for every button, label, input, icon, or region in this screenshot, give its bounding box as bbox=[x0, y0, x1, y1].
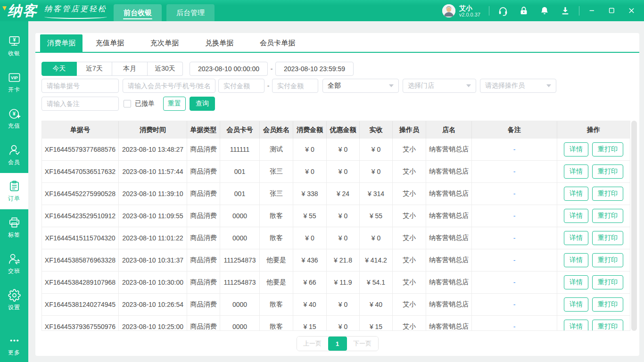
date-from-input[interactable] bbox=[190, 62, 268, 76]
reprint-button[interactable]: 重打印 bbox=[592, 142, 623, 156]
search-button[interactable]: 查询 bbox=[190, 97, 215, 111]
cell-paid: ¥ 54.1 bbox=[360, 272, 393, 293]
cell-member: 张三 bbox=[260, 161, 293, 182]
quick-range-button[interactable]: 近7天 bbox=[77, 62, 112, 76]
store-select[interactable]: 选择门店 bbox=[403, 79, 476, 93]
sidebar-item-more[interactable]: 更多 bbox=[0, 331, 28, 360]
column-header: 单据号 bbox=[42, 121, 119, 139]
cell-member: 他要是 bbox=[260, 249, 293, 271]
download-icon[interactable] bbox=[560, 6, 570, 16]
table-scrollbar[interactable] bbox=[631, 121, 637, 331]
reset-button[interactable]: 重置 bbox=[163, 97, 186, 111]
cell-card-no: 0000 bbox=[220, 294, 260, 315]
detail-button[interactable]: 详情 bbox=[564, 142, 588, 156]
detail-button[interactable]: 详情 bbox=[564, 209, 588, 223]
table-row: XF164453858769633282023-08-10 10:31:37商品… bbox=[42, 249, 630, 272]
cell-card-no: 111254873 bbox=[220, 272, 260, 293]
detail-button[interactable]: 详情 bbox=[564, 187, 588, 201]
doc-tab[interactable]: 兑换单据 bbox=[192, 34, 247, 52]
sidebar-item-settings[interactable]: 设置 bbox=[0, 282, 28, 318]
column-header: 消费金额 bbox=[293, 121, 327, 139]
close-icon[interactable] bbox=[627, 7, 636, 15]
cell-store: 纳客营销总店 bbox=[426, 183, 472, 205]
cell-time: 2023-08-10 10:25:00 bbox=[119, 316, 187, 330]
current-page-button[interactable]: 1 bbox=[328, 337, 347, 351]
table-row: XF164454235295109122023-08-10 11:09:55商品… bbox=[42, 205, 630, 227]
service-icon[interactable] bbox=[498, 6, 508, 16]
cell-operator: 艾小 bbox=[393, 316, 426, 330]
column-header: 操作 bbox=[557, 121, 630, 139]
reprint-button[interactable]: 重打印 bbox=[592, 275, 623, 289]
lock-icon[interactable] bbox=[519, 6, 529, 16]
cell-remark: - bbox=[472, 249, 557, 271]
cashier-icon: ¥ bbox=[8, 35, 21, 48]
operator-select[interactable]: 请选择操作员 bbox=[480, 79, 556, 93]
date-to-input[interactable] bbox=[275, 62, 354, 76]
cell-actions: 详情 重打印 bbox=[557, 272, 630, 293]
type-select[interactable]: 全部 bbox=[322, 79, 399, 93]
maximize-icon[interactable] bbox=[608, 7, 616, 15]
detail-button[interactable]: 详情 bbox=[564, 165, 588, 179]
cell-operator: 艾小 bbox=[393, 227, 426, 249]
reprint-button[interactable]: 重打印 bbox=[592, 165, 623, 179]
cell-order-no: XF16445384289107968 bbox=[42, 272, 119, 293]
paid-min-input[interactable] bbox=[218, 79, 264, 93]
order-no-input[interactable] bbox=[41, 79, 119, 93]
pagination-group: 上一页 1 下一页 bbox=[297, 336, 379, 351]
cell-order-no: XF16445423529510912 bbox=[42, 205, 119, 227]
reprint-button[interactable]: 重打印 bbox=[592, 253, 623, 267]
reprint-button[interactable]: 重打印 bbox=[592, 187, 623, 201]
paid-max-input[interactable] bbox=[272, 79, 318, 93]
detail-button[interactable]: 详情 bbox=[564, 275, 588, 289]
doc-tab[interactable]: 消费单据 bbox=[40, 34, 83, 52]
table-row: XF164454705365176322023-08-10 11:57:44商品… bbox=[42, 161, 630, 183]
detail-button[interactable]: 详情 bbox=[564, 297, 588, 312]
topbar-nav: 前台收银后台管理 bbox=[114, 4, 215, 21]
cell-member: 散客 bbox=[260, 227, 293, 249]
column-header: 操作员 bbox=[393, 121, 426, 139]
detail-button[interactable]: 详情 bbox=[564, 231, 588, 245]
svg-text:¥: ¥ bbox=[13, 37, 16, 42]
cell-type: 商品消费 bbox=[187, 205, 220, 227]
sidebar-item-cashier[interactable]: ¥ 收银 bbox=[0, 28, 28, 64]
sidebar-item-member[interactable]: 会员 bbox=[0, 137, 28, 173]
member-search-input[interactable] bbox=[123, 79, 215, 93]
topbar-tab[interactable]: 后台管理 bbox=[166, 4, 215, 21]
cell-operator: 艾小 bbox=[393, 205, 426, 227]
member-icon bbox=[8, 144, 21, 156]
reprint-button[interactable]: 重打印 bbox=[592, 320, 623, 330]
quick-range-button[interactable]: 近30天 bbox=[148, 62, 183, 76]
quick-range-button[interactable]: 今天 bbox=[41, 62, 77, 76]
cell-discount: ¥ 0 bbox=[327, 227, 360, 249]
bell-icon[interactable] bbox=[539, 6, 550, 16]
cell-time: 2023-08-10 11:01:22 bbox=[119, 227, 187, 249]
reprint-button[interactable]: 重打印 bbox=[592, 209, 623, 223]
topbar-tab[interactable]: 前台收银 bbox=[114, 4, 162, 21]
sidebar-item-recharge[interactable]: ¥ 充值 bbox=[0, 100, 28, 137]
detail-button[interactable]: 详情 bbox=[564, 320, 588, 330]
prev-page-button[interactable]: 上一页 bbox=[297, 337, 328, 351]
minimize-icon[interactable] bbox=[588, 7, 596, 15]
doc-tab[interactable]: 充值单据 bbox=[83, 34, 137, 52]
reprint-button[interactable]: 重打印 bbox=[592, 231, 623, 245]
sidebar-item-vip-card[interactable]: VIP 开卡 bbox=[0, 64, 28, 100]
detail-button[interactable]: 详情 bbox=[564, 253, 588, 267]
remark-input[interactable] bbox=[41, 97, 119, 111]
user-info[interactable]: 艾小 v2.0.0.37 bbox=[442, 4, 480, 17]
sidebar-item-shift[interactable]: 交班 bbox=[0, 246, 28, 282]
cell-remark: - bbox=[472, 139, 557, 160]
doc-tab[interactable]: 会员卡单据 bbox=[247, 34, 308, 52]
cancelled-checkbox[interactable] bbox=[124, 100, 131, 107]
user-text: 艾小 v2.0.0.37 bbox=[459, 4, 480, 17]
sidebar-item-printer[interactable]: 标签 bbox=[0, 209, 28, 246]
doc-tab[interactable]: 充次单据 bbox=[137, 34, 192, 52]
sidebar-item-order[interactable]: 订单 bbox=[0, 173, 28, 209]
reprint-button[interactable]: 重打印 bbox=[592, 297, 623, 312]
logo-text: 纳客 bbox=[8, 4, 38, 18]
cell-type: 商品消费 bbox=[187, 272, 220, 293]
next-page-button[interactable]: 下一页 bbox=[347, 337, 378, 351]
cell-discount: ¥ 24 bbox=[327, 183, 360, 205]
quick-range-button[interactable]: 本月 bbox=[112, 62, 148, 76]
table-header: 单据号消费时间单据类型会员卡号会员姓名消费金额优惠金额实收操作员店名备注操作 bbox=[42, 121, 630, 139]
column-header: 消费时间 bbox=[119, 121, 187, 139]
